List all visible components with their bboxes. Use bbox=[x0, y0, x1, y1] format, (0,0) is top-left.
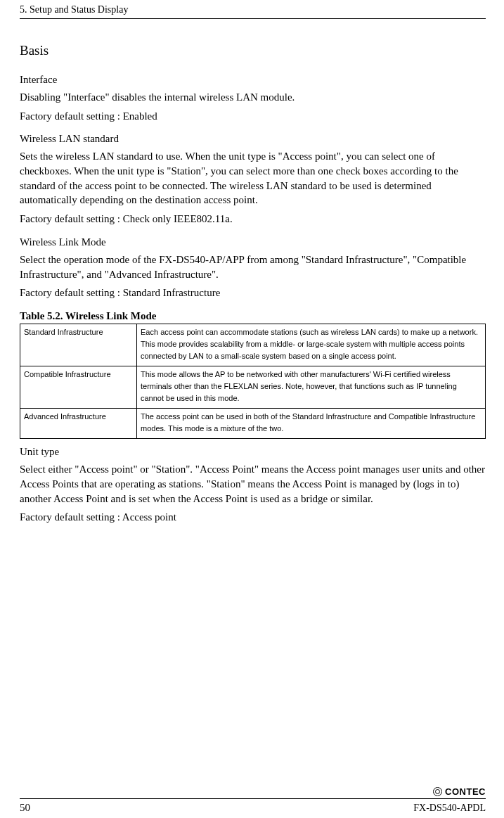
unit-type-heading: Unit type bbox=[20, 446, 486, 458]
table-row: Compatible Infrastructure This mode allo… bbox=[20, 366, 486, 409]
chapter-header: 5. Setup and Status Display bbox=[20, 4, 486, 19]
section-title: Basis bbox=[20, 43, 486, 58]
interface-heading: Interface bbox=[20, 74, 486, 86]
wlm-heading: Wireless Link Mode bbox=[20, 236, 486, 248]
brand-logo: CONTEC bbox=[20, 786, 486, 797]
logo-icon bbox=[433, 787, 442, 796]
page-number: 50 bbox=[20, 802, 30, 814]
footer-line: 50 FX-DS540-APDL bbox=[20, 798, 486, 814]
table-row: Standard Infrastructure Each access poin… bbox=[20, 324, 486, 366]
wlm-row-name: Compatible Infrastructure bbox=[20, 366, 137, 409]
unit-type-default: Factory default setting : Access point bbox=[20, 510, 486, 525]
wlm-desc: Select the operation mode of the FX-DS54… bbox=[20, 253, 486, 281]
page-footer: CONTEC 50 FX-DS540-APDL bbox=[0, 786, 504, 814]
brand-name: CONTEC bbox=[445, 786, 486, 797]
interface-desc: Disabling "Interface" disables the inter… bbox=[20, 90, 486, 105]
wlm-table-caption: Table 5.2. Wireless Link Mode bbox=[20, 310, 486, 322]
unit-type-desc: Select either "Access point" or "Station… bbox=[20, 462, 486, 506]
wlm-row-desc: Each access point can accommodate statio… bbox=[137, 324, 486, 366]
wlm-row-desc: This mode allows the AP to be networked … bbox=[137, 366, 486, 409]
wlan-std-heading: Wireless LAN standard bbox=[20, 133, 486, 145]
brand-block: CONTEC bbox=[20, 786, 486, 797]
wlan-std-default: Factory default setting : Check only IEE… bbox=[20, 212, 486, 226]
wlm-default: Factory default setting : Standard Infra… bbox=[20, 286, 486, 300]
model-number: FX-DS540-APDL bbox=[413, 803, 486, 814]
wlm-table: Standard Infrastructure Each access poin… bbox=[20, 324, 486, 439]
wlm-row-name: Standard Infrastructure bbox=[20, 324, 137, 366]
page-body: 5. Setup and Status Display Basis Interf… bbox=[0, 0, 504, 525]
wlm-row-desc: The access point can be used in both of … bbox=[137, 409, 486, 439]
interface-default: Factory default setting : Enabled bbox=[20, 109, 486, 124]
wlan-std-desc: Sets the wireless LAN standard to use. W… bbox=[20, 149, 486, 207]
table-row: Advanced Infrastructure The access point… bbox=[20, 409, 486, 439]
wlm-row-name: Advanced Infrastructure bbox=[20, 409, 137, 439]
